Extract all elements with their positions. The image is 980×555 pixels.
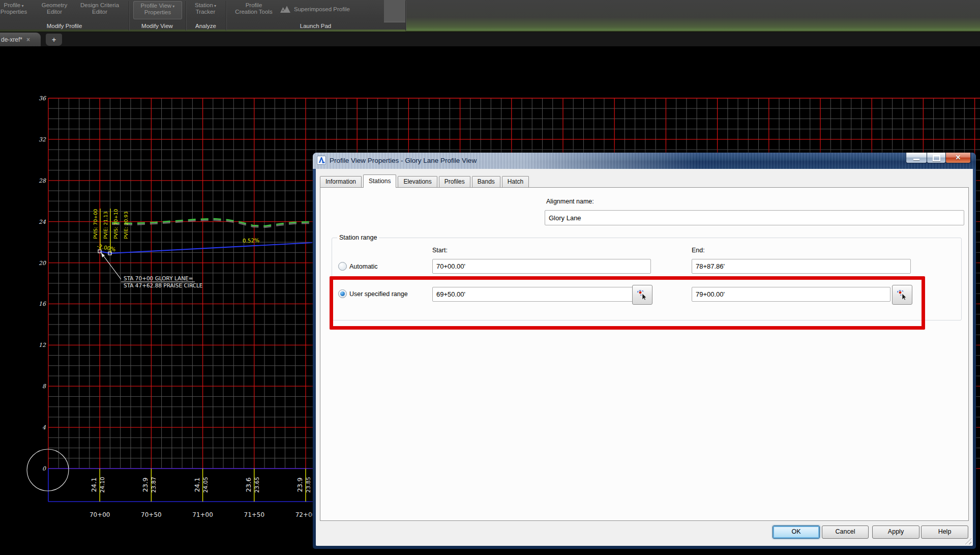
- ribbon-button-label: Properties: [0, 9, 35, 15]
- origin-circle: [27, 449, 69, 491]
- elevation-axis-labels: 36322824201612840: [39, 95, 46, 472]
- close-button[interactable]: ✕: [945, 153, 971, 163]
- ribbon-button-label: Tracker: [190, 9, 221, 15]
- close-icon: ✕: [956, 153, 961, 162]
- civil3d-app-icon: [317, 156, 326, 165]
- svg-text:24: 24: [39, 219, 46, 225]
- automatic-radio[interactable]: [338, 262, 347, 271]
- profile-properties-button[interactable]: Profile ▾Properties: [0, 1, 35, 18]
- elevation-data-band: 24.124.1070+0023.923.8770+5024.124.0571+…: [48, 469, 316, 518]
- ribbon-clipped-button[interactable]: [384, 0, 405, 22]
- ribbon-button-label: Profile View: [141, 3, 172, 9]
- superimposed-profile-button[interactable]: Superimposed Profile: [280, 1, 387, 17]
- panel-separator: [405, 1, 406, 31]
- ribbon-button-label: Station: [195, 2, 213, 8]
- automatic-label: Automatic: [349, 263, 378, 270]
- svg-text:4: 4: [42, 424, 46, 431]
- drawing-tab-bar: de-xref* × +: [0, 32, 980, 46]
- ok-button[interactable]: OK: [773, 525, 820, 539]
- ribbon-button-label: Properties: [134, 9, 182, 16]
- tab-bands[interactable]: Bands: [472, 176, 500, 187]
- ribbon-panel-analyze: Station ▾TrackerAnalyze: [186, 0, 226, 32]
- origin-circle-group: [27, 449, 69, 491]
- tab-close-icon[interactable]: ×: [26, 36, 30, 43]
- ribbon-button-label: Profile: [228, 2, 280, 9]
- ribbon-panel-modify-view: Profile View ▾PropertiesModify View: [129, 0, 186, 32]
- svg-text:36: 36: [39, 95, 46, 102]
- chevron-down-icon: ▾: [213, 4, 216, 8]
- svg-text:20: 20: [39, 260, 46, 267]
- note-line-1: STA 70+00 GLORY LANE=: [124, 275, 193, 281]
- station-axis-label: 71+00: [192, 511, 213, 518]
- new-tab-button[interactable]: +: [46, 34, 62, 46]
- tab-stations[interactable]: Stations: [363, 174, 396, 188]
- pvi-label: PVIS: 70+10: [113, 209, 118, 239]
- svg-text:12: 12: [39, 342, 46, 348]
- svg-text:32: 32: [39, 136, 46, 143]
- dialog-content: InformationStationsElevationsProfilesBan…: [316, 169, 973, 546]
- profile-view-properties-dialog: Profile View Properties - Glory Lane Pro…: [313, 153, 976, 549]
- superimposed-profile-icon: [280, 5, 291, 13]
- band-design-elevation: 24.10: [99, 477, 106, 493]
- panel-label[interactable]: Modify View: [129, 23, 186, 29]
- tab-information[interactable]: Information: [320, 176, 362, 187]
- profile-creation-tools-button[interactable]: ProfileCreation Tools: [228, 1, 280, 18]
- band-design-elevation: 23.85: [305, 477, 312, 493]
- svg-text:16: 16: [39, 301, 46, 307]
- automatic-end-field[interactable]: 78+87.86': [692, 259, 911, 274]
- pvi-label: PVIE: 20.93: [123, 212, 129, 239]
- grade-label: -2.00%: [97, 243, 116, 252]
- ribbon-button-label: Creation Tools: [228, 9, 280, 15]
- ribbon-button-label: Editor: [37, 9, 72, 15]
- apply-button[interactable]: Apply: [872, 525, 919, 539]
- drawing-tab-active[interactable]: de-xref* ×: [0, 33, 41, 46]
- panel-label[interactable]: Analyze: [186, 23, 226, 29]
- minimize-button[interactable]: [906, 153, 927, 163]
- station-tracker-button[interactable]: Station ▾Tracker: [190, 1, 221, 18]
- band-existing-elevation: 23.9: [141, 478, 149, 492]
- ribbon-empty-area: [405, 0, 980, 32]
- band-design-elevation: 24.05: [202, 477, 209, 493]
- window-controls: ✕: [906, 153, 971, 163]
- ribbon-button-label: Superimposed Profile: [294, 6, 350, 13]
- tab-elevations[interactable]: Elevations: [398, 176, 437, 187]
- svg-text:0: 0: [42, 465, 46, 472]
- start-label: Start:: [432, 247, 448, 254]
- station-range-caption: Station range: [337, 234, 379, 241]
- ribbon-button-label: Profile: [4, 2, 21, 8]
- pvi-label: PVIS: 70+00: [93, 209, 98, 239]
- automatic-start-field[interactable]: 70+00.00': [432, 259, 651, 274]
- ribbon-panel-launch-pad: ProfileCreation ToolsSuperimposed Profil…: [226, 0, 405, 32]
- design-criteria-editor-button[interactable]: Design CriteriaEditor: [73, 1, 126, 18]
- drawing-tab-label: de-xref*: [1, 36, 22, 43]
- design-profile-line: [98, 243, 312, 255]
- tab-profiles[interactable]: Profiles: [439, 176, 470, 187]
- panel-label[interactable]: Modify Profile: [0, 23, 129, 29]
- band-existing-elevation: 24.1: [90, 478, 98, 492]
- band-design-elevation: 23.87: [151, 477, 157, 493]
- stations-tab-page: Alignment name: Glory Lane Station range…: [320, 187, 969, 521]
- panel-label[interactable]: Launch Pad: [226, 23, 405, 29]
- svg-text:28: 28: [39, 178, 46, 184]
- tab-hatch[interactable]: Hatch: [502, 176, 529, 187]
- help-button[interactable]: Help: [921, 525, 968, 539]
- ribbon-button-label: Design Criteria: [73, 2, 126, 9]
- geometry-editor-button[interactable]: GeometryEditor: [37, 1, 72, 18]
- alignment-name-field[interactable]: Glory Lane: [545, 210, 964, 225]
- note-line-2: STA 47+62.88 PRAISE CIRCLE: [124, 282, 202, 288]
- cancel-button[interactable]: Cancel: [822, 525, 869, 539]
- chevron-down-icon: ▾: [20, 4, 23, 8]
- minimize-icon: [913, 159, 919, 160]
- station-axis-label: 70+50: [141, 511, 162, 518]
- ribbon-button-label: Geometry: [37, 2, 72, 9]
- profile-view-properties-button[interactable]: Profile View ▾Properties: [133, 1, 182, 19]
- pvi-label: PVIE: 21.13: [103, 212, 108, 239]
- ribbon-button-label: Editor: [73, 9, 126, 15]
- band-existing-elevation: 23.6: [245, 478, 252, 492]
- band-design-elevation: 23.65: [254, 477, 260, 493]
- app-root: { "ribbon": { "panels": [ {"label":"Modi…: [0, 0, 980, 555]
- dialog-tab-strip: InformationStationsElevationsProfilesBan…: [320, 176, 530, 187]
- maximize-button[interactable]: [927, 153, 946, 163]
- alignment-name-label: Alignment name:: [546, 198, 594, 205]
- station-axis-label: 71+50: [244, 511, 265, 518]
